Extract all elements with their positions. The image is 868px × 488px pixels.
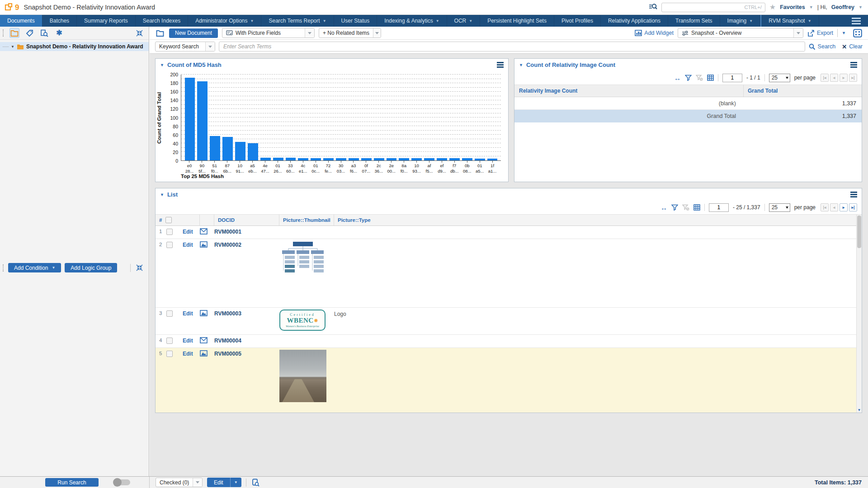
quick-search-icon[interactable]	[649, 3, 657, 12]
collapse-conditions-icon[interactable]	[134, 263, 144, 273]
bar[interactable]	[286, 158, 296, 160]
bar[interactable]	[475, 159, 485, 160]
collapse-widget-icon[interactable]: ▼	[160, 192, 164, 197]
tab-imaging[interactable]: Imaging▼	[720, 15, 761, 27]
add-condition-button[interactable]: Add Condition▼	[8, 263, 61, 272]
widget-menu-icon[interactable]	[850, 192, 857, 197]
docid-link[interactable]: RVM00002	[214, 242, 241, 248]
bar[interactable]	[260, 158, 271, 160]
drag-handle[interactable]	[3, 29, 5, 37]
pivot-row[interactable]: (blank)1,337	[514, 97, 862, 110]
dashboard-selector[interactable]: Snapshot - Overview	[678, 28, 803, 38]
page-number-input[interactable]	[709, 203, 729, 212]
clear-button[interactable]: ✕ Clear	[842, 43, 863, 50]
page-number-input[interactable]	[722, 74, 742, 82]
docid-link[interactable]: RVM00003	[214, 310, 241, 317]
bar[interactable]	[248, 143, 258, 160]
last-page-button[interactable]: ▸|	[849, 203, 857, 211]
filter-icon[interactable]	[685, 75, 692, 81]
edit-link[interactable]: Edit	[183, 242, 193, 307]
bar[interactable]	[349, 158, 359, 160]
tab-user-status[interactable]: User Status	[334, 15, 377, 27]
add-widget-button[interactable]: Add Widget	[635, 30, 674, 36]
export-options-chevron-icon[interactable]: ▼	[842, 31, 846, 35]
user-menu[interactable]: Geoffrey	[831, 4, 854, 10]
scrollbar-thumb[interactable]	[857, 216, 861, 248]
search-terms-input[interactable]	[219, 42, 805, 52]
favorites-menu[interactable]: Favorites	[780, 4, 805, 10]
search-button[interactable]: Search	[809, 43, 836, 50]
new-document-button[interactable]: New Document	[169, 28, 218, 38]
export-button[interactable]: Export	[807, 30, 833, 37]
bar[interactable]	[273, 158, 283, 160]
page-size-select[interactable]: 25	[769, 74, 790, 82]
tab-relativity-applications[interactable]: Relativity Applications	[601, 15, 668, 27]
tab-pivot-profiles[interactable]: Pivot Profiles	[554, 15, 601, 27]
bar[interactable]	[437, 158, 447, 160]
mass-edit-button[interactable]: Edit ▼	[207, 478, 241, 487]
pivot-row[interactable]: Grand Total1,337	[514, 110, 862, 122]
folders-view-icon[interactable]	[9, 28, 19, 38]
favorites-star-icon[interactable]: ★	[769, 4, 776, 11]
auto-run-toggle[interactable]	[114, 479, 130, 485]
related-items-selector[interactable]: + No Related Items	[319, 28, 381, 38]
tree-item-workspace-root[interactable]: ▼ Snapshot Demo - Relativity Innovation …	[0, 42, 149, 51]
bar[interactable]	[387, 158, 397, 160]
docid-link[interactable]: RVM00001	[214, 229, 241, 235]
bar[interactable]	[235, 142, 245, 160]
tab-rvm-snapshot[interactable]: RVM Snapshot▼	[760, 15, 819, 27]
bar[interactable]	[462, 158, 472, 160]
bar[interactable]	[487, 159, 498, 160]
mass-edit-chevron-icon[interactable]: ▼	[230, 478, 241, 487]
favorites-chevron-icon[interactable]: ▼	[809, 5, 813, 9]
column-header-type[interactable]: Picture::Type	[334, 215, 862, 225]
bar[interactable]	[311, 158, 321, 160]
tab-administrator-options[interactable]: Administrator Options▼	[188, 15, 261, 27]
vertical-scrollbar[interactable]: ▼	[856, 215, 862, 413]
tab-persistent-highlight-sets[interactable]: Persistent Highlight Sets	[480, 15, 554, 27]
field-tree-icon[interactable]	[24, 28, 34, 38]
conditions-drag-handle[interactable]	[3, 264, 5, 272]
bar[interactable]	[210, 136, 220, 160]
tab-search-terms-report[interactable]: Search Terms Report▼	[261, 15, 334, 27]
add-logic-group-button[interactable]: Add Logic Group	[65, 263, 117, 272]
bar[interactable]	[323, 158, 334, 160]
bar[interactable]	[197, 81, 208, 160]
collapse-widget-icon[interactable]: ▼	[519, 63, 523, 67]
row-checkbox[interactable]	[166, 229, 173, 235]
dashboard-selector-chevron-icon[interactable]	[793, 28, 803, 38]
bar[interactable]	[298, 158, 308, 160]
column-header-thumbnail[interactable]: Picture::Thumbnail	[279, 215, 334, 225]
column-header[interactable]: Grand Total	[743, 85, 862, 97]
column-header-docid[interactable]: DOCID	[214, 215, 279, 225]
bar[interactable]	[336, 158, 346, 160]
bar[interactable]	[424, 158, 434, 160]
edit-link[interactable]: Edit	[183, 351, 193, 413]
column-header[interactable]: Relativity Image Count	[514, 88, 743, 94]
edit-link[interactable]: Edit	[183, 310, 193, 334]
widget-menu-icon[interactable]	[850, 62, 857, 68]
grid-view-icon[interactable]	[693, 204, 700, 211]
bar[interactable]	[222, 137, 233, 160]
run-search-button[interactable]: Run Search	[45, 478, 99, 487]
tree-expand-caret-icon[interactable]: ▼	[11, 45, 14, 49]
tab-ocr[interactable]: OCR▼	[447, 15, 481, 27]
related-items-chevron-icon[interactable]	[373, 28, 381, 38]
search-mode-chevron-icon[interactable]	[205, 42, 215, 51]
preview-icon[interactable]	[251, 478, 261, 488]
checked-items-selector[interactable]: Checked (0)	[156, 478, 203, 487]
row-checkbox[interactable]	[166, 351, 173, 357]
widget-menu-icon[interactable]	[497, 62, 504, 68]
bar[interactable]	[399, 158, 409, 160]
tab-search-indexes[interactable]: Search Indexes	[136, 15, 188, 27]
next-page-button[interactable]: ▸	[840, 203, 848, 211]
bar[interactable]	[449, 158, 460, 160]
bar[interactable]	[185, 78, 195, 160]
bar[interactable]	[411, 158, 422, 160]
row-checkbox[interactable]	[166, 242, 173, 248]
tab-indexing-analytics[interactable]: Indexing & Analytics▼	[377, 15, 447, 27]
edit-link[interactable]: Edit	[183, 338, 193, 347]
clusters-icon[interactable]: ✱	[54, 28, 64, 38]
expand-width-icon[interactable]: ↔	[674, 75, 681, 81]
tab-summary-reports[interactable]: Summary Reports	[77, 15, 136, 27]
